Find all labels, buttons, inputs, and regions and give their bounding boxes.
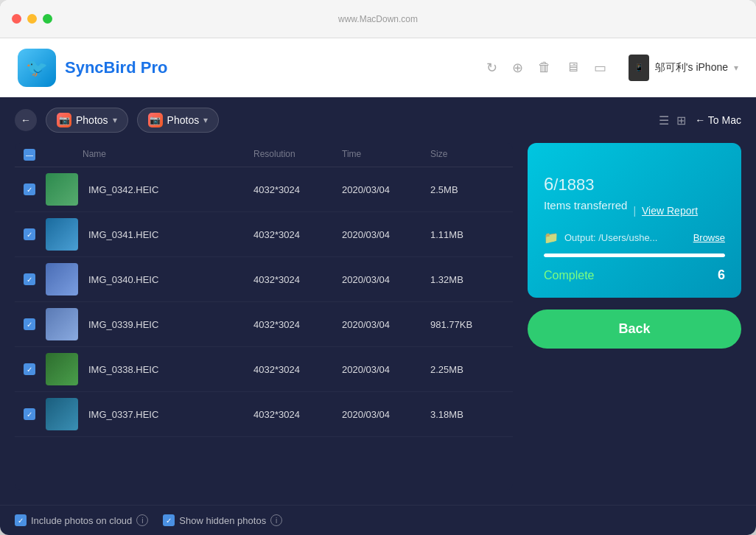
show-hidden-checkbox[interactable]: ✓	[163, 514, 175, 526]
row-checkbox[interactable]: ✓	[24, 273, 46, 285]
logo-icon: 🐦	[18, 49, 56, 87]
row-thumb	[46, 263, 83, 296]
transfer-card: 6/1883 Items transferred | View Report 📁…	[528, 143, 741, 298]
view-report-link[interactable]: View Report	[642, 205, 698, 217]
add-icon[interactable]: ⊕	[512, 60, 523, 76]
row-time: 2020/03/04	[342, 274, 430, 285]
logo-area: 🐦 SyncBird Pro	[18, 49, 167, 87]
row-name: IMG_0341.HEIC	[83, 229, 253, 240]
file-list-header: — Name Resolution Time Size	[15, 143, 513, 167]
header-time-col: Time	[342, 149, 430, 161]
file-thumbnail	[46, 173, 78, 206]
show-hidden-info-icon[interactable]: i	[270, 514, 282, 526]
file-thumbnail	[46, 398, 78, 430]
complete-count: 6	[718, 268, 725, 283]
row-checkbox[interactable]: ✓	[24, 183, 46, 195]
refresh-icon[interactable]: ↻	[486, 60, 497, 76]
row-thumb	[46, 398, 83, 430]
items-transferred-label: Items transferred	[544, 199, 627, 211]
row-resolution: 4032*3024	[253, 364, 342, 375]
show-hidden-label: Show hidden photos	[179, 515, 266, 526]
row-resolution: 4032*3024	[253, 409, 342, 420]
source-chevron-icon: ▾	[113, 115, 117, 125]
show-hidden-option: ✓ Show hidden photos i	[163, 514, 282, 526]
row-thumb	[46, 173, 83, 206]
header-resolution-col: Resolution	[253, 149, 342, 161]
content-area: — Name Resolution Time Size ✓ IMG_0342.H…	[0, 143, 756, 505]
output-path: Output: /Users/ushe...	[564, 232, 687, 243]
title-bar: www.MacDown.com	[0, 0, 756, 38]
row-checkbox[interactable]: ✓	[24, 363, 46, 375]
progress-bar-container	[544, 253, 725, 257]
list-view-icon[interactable]: ☰	[659, 113, 669, 127]
source-selector[interactable]: 📷 Photos ▾	[46, 108, 128, 133]
transfer-count: 6/1883	[544, 161, 725, 196]
table-row: ✓ IMG_0342.HEIC 4032*3024 2020/03/04 2.5…	[15, 167, 513, 212]
source-label: Photos	[76, 114, 108, 126]
folder-icon: 📁	[544, 231, 559, 245]
row-time: 2020/03/04	[342, 364, 430, 375]
window-controls	[12, 14, 52, 24]
row-size: 981.77KB	[430, 319, 504, 330]
device-thumbnail: 📱	[629, 55, 649, 81]
back-nav-button[interactable]: ←	[15, 109, 37, 131]
header-name-col: Name	[83, 149, 253, 161]
row-size: 2.25MB	[430, 364, 504, 375]
row-resolution: 4032*3024	[253, 229, 342, 240]
header-check-col: —	[24, 149, 46, 161]
trash-icon[interactable]: 🗑	[538, 60, 551, 75]
device-info: 📱 邬可利's iPhone ▾	[629, 55, 738, 81]
include-cloud-checkbox[interactable]: ✓	[15, 514, 27, 526]
toolbar-row: ← 📷 Photos ▾ 📷 Photos ▾ ☰ ⊞ ← To Mac	[0, 97, 756, 143]
desktop-icon[interactable]: 🖥	[566, 60, 579, 75]
dest-label: Photos	[167, 114, 200, 126]
photos-source-icon: 📷	[57, 113, 71, 127]
file-thumbnail	[46, 308, 78, 340]
complete-row: Complete 6	[544, 268, 725, 283]
tablet-icon[interactable]: ▭	[594, 60, 606, 76]
minimize-button[interactable]	[27, 14, 37, 24]
row-resolution: 4032*3024	[253, 184, 342, 195]
watermark: www.MacDown.com	[338, 14, 418, 24]
device-dropdown-icon[interactable]: ▾	[734, 63, 738, 73]
header-thumb-col	[46, 149, 83, 161]
row-resolution: 4032*3024	[253, 319, 342, 330]
row-name: IMG_0340.HEIC	[83, 274, 253, 285]
row-size: 1.11MB	[430, 229, 504, 240]
table-row: ✓ IMG_0337.HEIC 4032*3024 2020/03/04 3.1…	[15, 392, 513, 437]
include-cloud-option: ✓ Include photos on cloud i	[15, 514, 148, 526]
row-checkbox[interactable]: ✓	[24, 318, 46, 330]
bottom-bar: ✓ Include photos on cloud i ✓ Show hidde…	[0, 505, 756, 535]
row-resolution: 4032*3024	[253, 274, 342, 285]
close-button[interactable]	[12, 14, 21, 24]
row-size: 1.32MB	[430, 274, 504, 285]
row-name: IMG_0342.HEIC	[83, 184, 253, 195]
app-window: www.MacDown.com 🐦 SyncBird Pro ↻ ⊕ 🗑 🖥 ▭…	[0, 0, 756, 535]
row-name: IMG_0339.HEIC	[83, 319, 253, 330]
row-thumb	[46, 308, 83, 340]
output-row: 📁 Output: /Users/ushe... Browse	[544, 231, 725, 245]
device-name: 邬可利's iPhone	[655, 61, 728, 74]
row-time: 2020/03/04	[342, 319, 430, 330]
row-size: 2.5MB	[430, 184, 504, 195]
row-size: 3.18MB	[430, 409, 504, 420]
row-checkbox[interactable]: ✓	[24, 228, 46, 240]
dest-selector[interactable]: 📷 Photos ▾	[137, 108, 220, 133]
row-thumb	[46, 218, 83, 251]
browse-link[interactable]: Browse	[693, 232, 725, 243]
table-row: ✓ IMG_0338.HEIC 4032*3024 2020/03/04 2.2…	[15, 347, 513, 392]
grid-view-icon[interactable]: ⊞	[676, 113, 686, 127]
transfer-panel: 6/1883 Items transferred | View Report 📁…	[528, 143, 741, 490]
complete-text: Complete	[544, 269, 594, 282]
row-checkbox[interactable]: ✓	[24, 408, 46, 420]
header-size-col: Size	[430, 149, 504, 161]
include-cloud-info-icon[interactable]: i	[136, 514, 148, 526]
maximize-button[interactable]	[43, 14, 52, 24]
table-row: ✓ IMG_0340.HEIC 4032*3024 2020/03/04 1.3…	[15, 257, 513, 302]
file-thumbnail	[46, 353, 78, 385]
row-name: IMG_0338.HEIC	[83, 364, 253, 375]
back-action-button[interactable]: Back	[528, 310, 741, 349]
dest-chevron-icon: ▾	[203, 115, 208, 125]
logo-text: SyncBird Pro	[65, 58, 167, 77]
header-bar: 🐦 SyncBird Pro ↻ ⊕ 🗑 🖥 ▭ 📱 邬可利's iPhone …	[0, 38, 756, 97]
